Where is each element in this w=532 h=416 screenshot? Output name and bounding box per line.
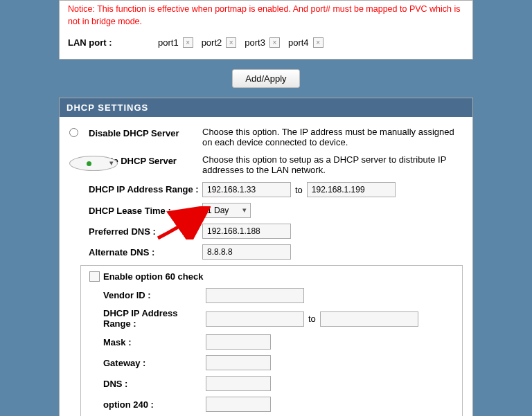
disable-dhcp-desc: Choose this option. The IP address must … [202,127,463,147]
port2-label: port2 [202,37,222,48]
preferred-dns-label: Preferred DNS : [89,226,202,237]
lease-time-label: DHCP Lease Time : [89,206,202,216]
to-text-2: to [308,314,316,324]
enable-dhcp-desc: Choose this option to setup as a DHCP se… [202,154,463,175]
alternate-dns-input[interactable] [202,244,291,260]
gateway-input[interactable] [206,355,271,370]
lease-time-select[interactable]: 1 Day [202,203,251,218]
dhcp-settings-header: DHCP SETTINGS [60,98,472,117]
mask-label: Mask : [103,337,206,348]
lan-port-label: LAN port : [68,37,158,48]
port4-checkbox[interactable]: × [313,37,323,48]
dns-input[interactable] [206,376,271,391]
vendor-id-label: Vendor ID : [103,290,206,301]
option60-label: Enable option 60 check [103,271,206,282]
dns-label: DNS : [103,379,206,390]
port4-label: port4 [288,37,309,48]
enable-dhcp-radio[interactable] [69,156,118,171]
port1-checkbox[interactable]: × [183,37,193,48]
ip-range-from-input[interactable] [202,182,291,197]
preferred-dns-input[interactable] [202,224,291,239]
vendor-id-input[interactable] [206,288,304,303]
notice-text: Notice: This function is effective when … [68,1,464,35]
to-text-1: to [295,185,303,195]
opt60-range-label: DHCP IP Address Range : [103,309,206,329]
ip-range-to-input[interactable] [307,182,396,197]
opt60-range-to-input[interactable] [320,311,418,327]
add-apply-button[interactable]: Add/Apply [232,69,299,88]
port3-label: port3 [245,37,265,48]
option240-input[interactable] [206,397,271,412]
port3-checkbox[interactable]: × [269,37,280,48]
mask-input[interactable] [206,334,271,350]
option60-checkbox[interactable] [89,271,100,282]
option240-label: option 240 : [103,399,206,410]
disable-dhcp-label: Disable DHCP Server [89,127,202,138]
ip-range-label: DHCP IP Address Range : [89,185,202,195]
port2-checkbox[interactable]: × [226,37,236,48]
gateway-label: Gateway : [103,358,206,369]
port1-label: port1 [158,37,179,48]
alternate-dns-label: Alternate DNS : [89,247,202,257]
opt60-range-from-input[interactable] [206,311,304,327]
disable-dhcp-radio[interactable] [69,128,78,137]
